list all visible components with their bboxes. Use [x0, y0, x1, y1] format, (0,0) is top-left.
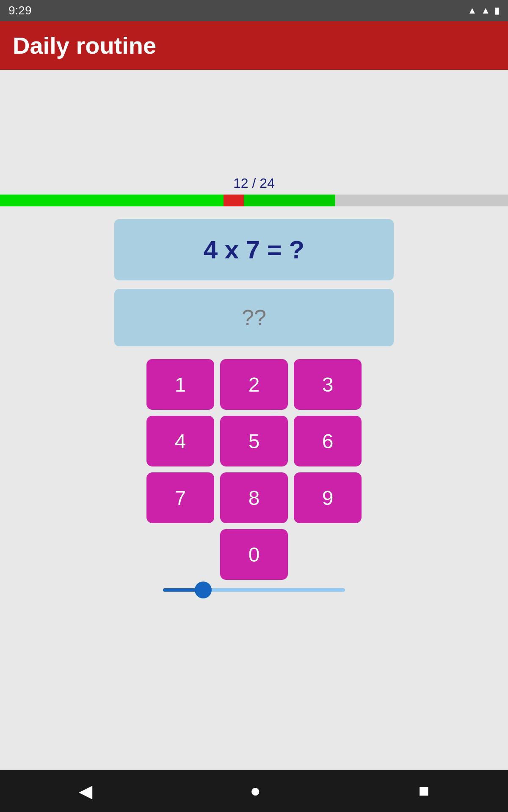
question-card: 4 x 7 = ?	[114, 219, 394, 280]
nav-home-button[interactable]: ●	[237, 776, 273, 805]
numpad-btn-0[interactable]: 0	[220, 529, 288, 580]
numpad-btn-9[interactable]: 9	[294, 472, 362, 523]
signal-icon: ▲	[481, 5, 490, 16]
progress-red	[224, 195, 244, 206]
progress-section: 12 / 24	[0, 176, 508, 206]
main-content: 12 / 24 4 x 7 = ? ?? 1 2 3 4 5 6 7 8 9 0	[0, 70, 508, 770]
slider-container[interactable]	[163, 588, 345, 592]
progress-label: 12 / 24	[233, 176, 275, 191]
slider-track[interactable]	[163, 588, 345, 592]
numpad-btn-2[interactable]: 2	[220, 359, 288, 410]
answer-card: ??	[114, 289, 394, 346]
progress-green-left	[0, 195, 224, 206]
numpad-btn-6[interactable]: 6	[294, 416, 362, 466]
numpad-btn-3[interactable]: 3	[294, 359, 362, 410]
battery-icon: ▮	[494, 5, 500, 16]
nav-bar: ◀ ● ■	[0, 770, 508, 812]
nav-back-button[interactable]: ◀	[66, 776, 105, 806]
numpad-btn-7[interactable]: 7	[146, 472, 214, 523]
app-title: Daily routine	[13, 32, 156, 59]
numpad-zero-row: 0	[220, 529, 288, 580]
progress-bar	[0, 195, 508, 206]
progress-green-right	[244, 195, 335, 206]
status-bar: 9:29 ▲ ▲ ▮	[0, 0, 508, 21]
status-time: 9:29	[8, 4, 32, 17]
nav-recent-button[interactable]: ■	[406, 776, 442, 805]
app-bar: Daily routine	[0, 21, 508, 70]
question-text: 4 x 7 = ?	[204, 236, 304, 264]
slider-thumb[interactable]	[195, 582, 212, 598]
numpad-btn-5[interactable]: 5	[220, 416, 288, 466]
numpad-btn-8[interactable]: 8	[220, 472, 288, 523]
status-icons: ▲ ▲ ▮	[467, 5, 500, 16]
answer-text: ??	[242, 305, 266, 330]
numpad-btn-1[interactable]: 1	[146, 359, 214, 410]
numpad: 1 2 3 4 5 6 7 8 9	[146, 359, 362, 523]
numpad-btn-4[interactable]: 4	[146, 416, 214, 466]
wifi-icon: ▲	[467, 5, 477, 16]
